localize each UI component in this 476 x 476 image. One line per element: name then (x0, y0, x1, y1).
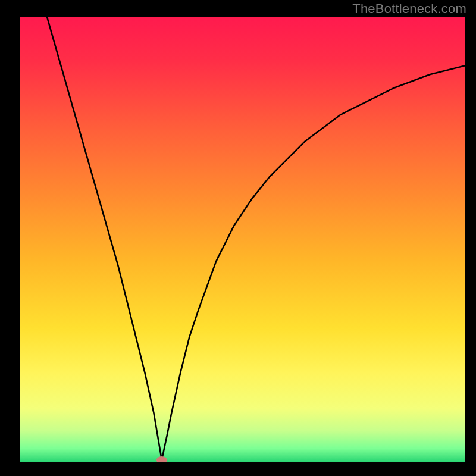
gradient-background (20, 17, 465, 462)
plot-area (20, 17, 465, 462)
watermark-text: TheBottleneck.com (352, 1, 466, 17)
chart-svg (20, 17, 465, 462)
chart-frame: TheBottleneck.com (0, 0, 476, 476)
